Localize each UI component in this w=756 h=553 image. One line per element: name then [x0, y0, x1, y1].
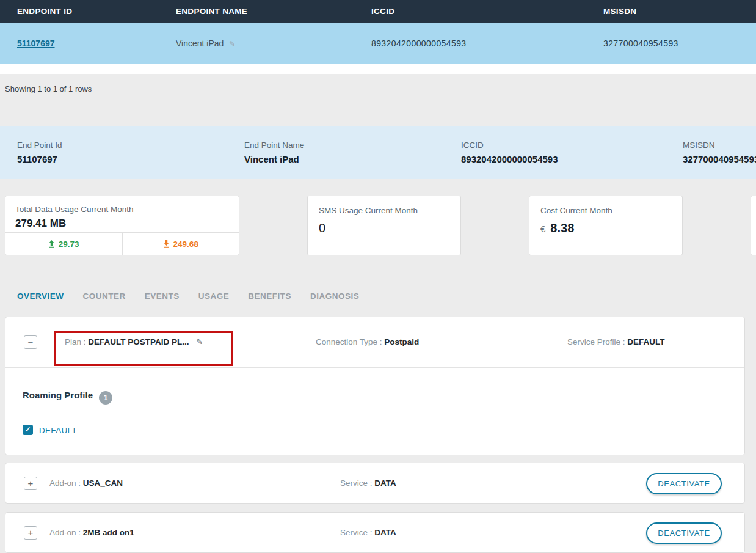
detail-field-msisdn: MSISDN 327700040954593 — [683, 141, 756, 164]
iccid-value: 8932042000000054593 — [371, 38, 603, 48]
endpoint-detail-screen: ENDPOINT ID ENDPOINT NAME ICCID MSISDN 5… — [0, 0, 756, 553]
download-usage-value: 249.68 — [173, 240, 198, 249]
connection-type-value: Postpaid — [384, 337, 419, 346]
tab-benefits[interactable]: BENEFITS — [248, 291, 291, 301]
plan-panel: − Plan : DEFAULT POSTPAID PL... ✎ Connec… — [5, 317, 745, 455]
addon-service-field: Service : DATA — [340, 528, 396, 537]
service-profile-label: Service Profile : — [567, 337, 625, 346]
connection-type-label: Connection Type : — [316, 337, 382, 346]
cost-value: 8.38 — [550, 221, 574, 235]
detail-value: 8932042000000054593 — [461, 154, 558, 164]
tab-overview[interactable]: OVERVIEW — [17, 291, 64, 301]
detail-value: Vincent iPad — [244, 154, 304, 164]
deactivate-button[interactable]: DEACTIVATE — [646, 473, 722, 494]
divider — [5, 367, 744, 368]
column-header-endpoint-name: ENDPOINT NAME — [176, 7, 371, 16]
detail-field-iccid: ICCID 8932042000000054593 — [461, 141, 558, 164]
addon-field: Add-on : 2MB add on1 — [49, 528, 134, 537]
upload-usage-value: 29.73 — [59, 240, 79, 249]
edit-plan-icon[interactable]: ✎ — [196, 337, 203, 346]
data-usage-label: Total Data Usage Current Month — [15, 205, 229, 214]
service-value: DATA — [374, 478, 396, 488]
divider — [5, 417, 744, 417]
detail-label: ICCID — [461, 141, 558, 150]
data-usage-value: 279.41 MB — [15, 218, 229, 230]
collapse-plan-button[interactable]: − — [24, 335, 37, 349]
detail-label: MSISDN — [683, 141, 756, 150]
addon-name: 2MB add on1 — [83, 528, 134, 537]
endpoint-name-value: Vincent iPad — [176, 38, 224, 48]
plan-value: DEFAULT POSTPAID PL... — [88, 337, 189, 346]
service-label: Service : — [340, 478, 373, 488]
column-header-msisdn: MSISDN — [603, 7, 756, 16]
addon-panel-2mb-addon1: + Add-on : 2MB add on1 Service : DATA DE… — [5, 512, 745, 553]
service-label: Service : — [340, 528, 373, 537]
addon-label: Add-on : — [49, 528, 81, 537]
detail-field-endpoint-id: End Point Id 51107697 — [17, 141, 62, 164]
download-usage-cell: 249.68 — [122, 233, 239, 255]
addon-panel-usa-can: + Add-on : USA_CAN Service : DATA DEACTI… — [5, 463, 745, 504]
tab-events[interactable]: EVENTS — [145, 291, 180, 301]
cost-card: Cost Current Month €8.38 — [529, 196, 683, 255]
plan-field: Plan : DEFAULT POSTPAID PL... ✎ — [65, 337, 203, 346]
detail-value: 51107697 — [17, 154, 62, 164]
currency-symbol: € — [540, 224, 545, 234]
addon-field: Add-on : USA_CAN — [49, 478, 123, 488]
endpoint-table-row[interactable]: 51107697 Vincent iPad ✎ 8932042000000054… — [0, 23, 756, 64]
roaming-default-checkbox[interactable]: ✓ — [23, 425, 33, 435]
roaming-profile-text: Roaming Profile — [23, 390, 93, 400]
addon-service-field: Service : DATA — [340, 478, 396, 488]
detail-label: End Point Name — [244, 141, 304, 150]
data-usage-card: Total Data Usage Current Month 279.41 MB… — [5, 196, 239, 255]
service-profile-value: DEFAULT — [627, 337, 664, 346]
edit-endpoint-name-icon[interactable]: ✎ — [229, 40, 235, 48]
roaming-default-label[interactable]: DEFAULT — [39, 426, 77, 435]
tab-usage[interactable]: USAGE — [198, 291, 230, 301]
detail-field-endpoint-name: End Point Name Vincent iPad — [244, 141, 304, 164]
upload-icon — [48, 240, 55, 248]
endpoint-table-header: ENDPOINT ID ENDPOINT NAME ICCID MSISDN — [0, 0, 756, 23]
sms-usage-card: SMS Usage Current Month 0 — [307, 196, 461, 255]
detail-label: End Point Id — [17, 141, 62, 150]
upload-usage-cell: 29.73 — [5, 233, 122, 255]
expand-addon-button[interactable]: + — [24, 477, 37, 490]
tab-diagnosis[interactable]: DIAGNOSIS — [310, 291, 359, 301]
detail-value: 327700040954593 — [683, 154, 756, 164]
expand-addon-button[interactable]: + — [24, 526, 37, 540]
addon-label: Add-on : — [49, 478, 81, 488]
deactivate-button[interactable]: DEACTIVATE — [646, 522, 722, 544]
detail-tabs: OVERVIEW COUNTER EVENTS USAGE BENEFITS D… — [17, 291, 359, 301]
plan-label: Plan : — [65, 337, 86, 346]
msisdn-value: 327700040954593 — [603, 38, 756, 48]
roaming-profile-title: Roaming Profile1 — [23, 390, 112, 405]
service-value: DATA — [374, 528, 396, 537]
sms-usage-label: SMS Usage Current Month — [319, 206, 449, 215]
roaming-count-badge: 1 — [99, 391, 112, 405]
service-profile-field: Service Profile : DEFAULT — [567, 337, 665, 346]
cost-label: Cost Current Month — [540, 206, 671, 215]
column-header-endpoint-id: ENDPOINT ID — [17, 7, 176, 16]
column-header-iccid: ICCID — [371, 7, 603, 16]
connection-type-field: Connection Type : Postpaid — [316, 337, 419, 346]
download-icon — [163, 240, 170, 248]
table-row-count-summary: Showing 1 to 1 of 1 rows — [5, 84, 92, 93]
tab-counter[interactable]: COUNTER — [83, 291, 126, 301]
clipped-stat-card — [751, 196, 756, 255]
endpoint-detail-band: End Point Id 51107697 End Point Name Vin… — [0, 126, 756, 179]
sms-usage-value: 0 — [319, 221, 449, 235]
addon-name: USA_CAN — [83, 478, 123, 488]
endpoint-id-link[interactable]: 51107697 — [17, 38, 55, 48]
